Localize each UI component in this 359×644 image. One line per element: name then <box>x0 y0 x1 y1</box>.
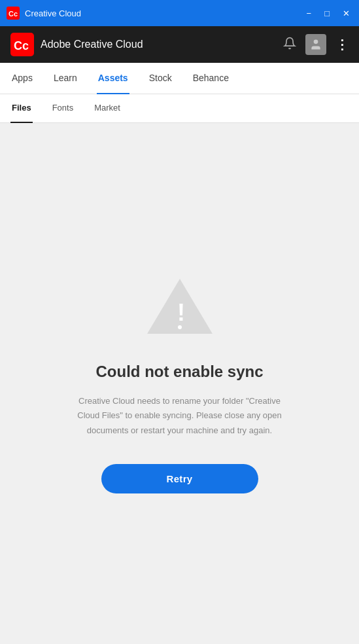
main-content: ! Could not enable sync Creative Cloud n… <box>0 123 359 644</box>
sub-tabs: Files Fonts Market <box>0 94 359 123</box>
header-icons: ⋮ <box>283 34 349 55</box>
svg-text:!: ! <box>177 299 185 326</box>
header-bar: Cc Adobe Creative Cloud ⋮ <box>0 26 359 63</box>
tab-behance[interactable]: Behance <box>192 63 230 94</box>
title-bar-left: Cc Creative Cloud <box>7 7 81 20</box>
sub-tab-files[interactable]: Files <box>10 94 33 123</box>
tab-learn[interactable]: Learn <box>52 63 78 94</box>
maximize-button[interactable]: □ <box>322 8 332 19</box>
tab-apps[interactable]: Apps <box>10 63 34 94</box>
close-button[interactable]: ✕ <box>340 8 352 19</box>
tab-stock[interactable]: Stock <box>148 63 173 94</box>
more-options-icon[interactable]: ⋮ <box>335 37 349 52</box>
sub-tab-fonts[interactable]: Fonts <box>51 94 75 123</box>
svg-text:Cc: Cc <box>14 39 29 52</box>
header-logo-section: Cc Adobe Creative Cloud <box>10 33 143 56</box>
header-app-name: Adobe Creative Cloud <box>41 39 143 50</box>
nav-tabs: Apps Learn Assets Stock Behance <box>0 63 359 94</box>
svg-point-4 <box>314 40 318 45</box>
title-bar: Cc Creative Cloud − □ ✕ <box>0 0 359 26</box>
retry-button[interactable]: Retry <box>101 464 258 493</box>
window-title: Creative Cloud <box>25 9 81 18</box>
cc-logo-large: Cc <box>10 33 34 56</box>
svg-point-7 <box>178 325 182 329</box>
svg-text:Cc: Cc <box>9 10 18 18</box>
sub-tab-market[interactable]: Market <box>93 94 122 123</box>
tab-assets[interactable]: Assets <box>97 63 129 94</box>
error-title: Could not enable sync <box>95 363 263 381</box>
window-controls: − □ ✕ <box>304 8 352 19</box>
error-description: Creative Cloud needs to rename your fold… <box>75 394 284 437</box>
cc-logo-small: Cc <box>7 7 20 20</box>
warning-icon-wrapper: ! <box>144 274 216 342</box>
avatar-button[interactable] <box>305 34 326 55</box>
minimize-button[interactable]: − <box>304 8 315 19</box>
bell-icon[interactable] <box>283 37 296 53</box>
warning-icon: ! <box>144 274 216 339</box>
